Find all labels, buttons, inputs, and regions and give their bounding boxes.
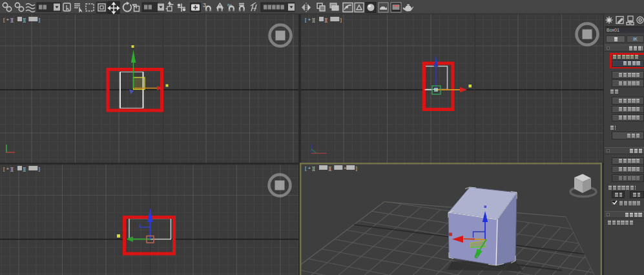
svg-text:][: ][ [329,165,332,171]
svg-text:][: ][ [23,166,26,172]
svg-text:][: ][ [325,17,328,23]
svg-text:[ + ][: [ + ][ [3,166,14,172]
svg-text:+: + [344,165,347,171]
svg-text:][: ][ [23,17,26,23]
svg-text:]: ] [356,165,357,171]
svg-text:]: ] [340,17,342,23]
svg-text:[ + ][: [ + ][ [305,17,316,23]
svg-text:]: ] [39,17,40,23]
svg-text:]: ] [39,166,40,172]
svg-text:[ + ][: [ + ][ [305,165,316,171]
svg-text:[ + ][: [ + ][ [3,17,14,23]
